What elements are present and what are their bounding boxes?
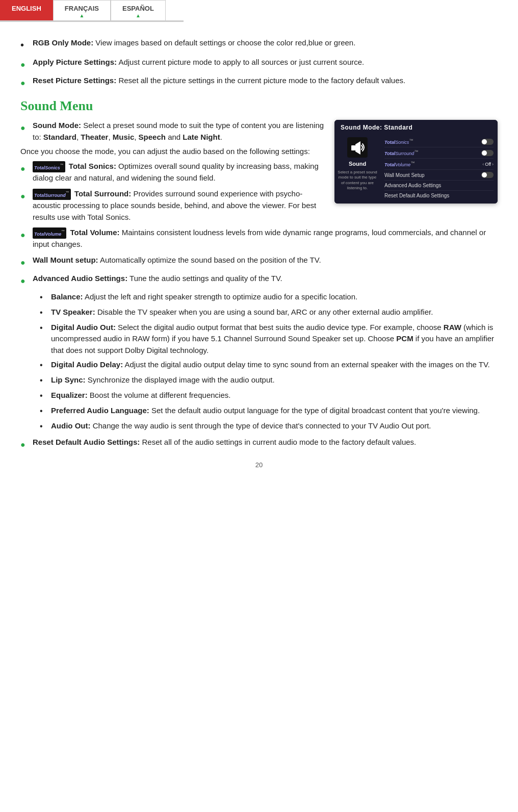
advanced-audio-body: Tune the audio settings and quality of t… xyxy=(130,274,282,283)
tv-menu-list: TotalSonics™ TotalSurround™ xyxy=(380,133,498,204)
reset-picture-body: Reset all the picture settings in the cu… xyxy=(118,76,405,85)
lip-sync-label: Lip Sync: xyxy=(51,375,86,384)
nested-audio-settings: • Balance: Adjust the left and right spe… xyxy=(40,291,498,433)
sound-mode-label: Sound Mode: xyxy=(33,121,81,130)
tv-volume-arrows: ‹ Off › xyxy=(482,162,494,167)
reset-audio-text: Reset Default Audio Settings: Reset all … xyxy=(33,437,498,448)
total-sonics-text: TotalSonics™ Total Sonics: Optimizes ove… xyxy=(33,161,324,184)
digital-audio-delay-body: Adjust the digital audio output delay ti… xyxy=(124,360,489,369)
reset-picture-bullet: ● xyxy=(20,77,30,89)
tv-wall-mount-label: Wall Mount Setup xyxy=(384,172,479,178)
digital-audio-out-label: Digital Audio Out: xyxy=(51,323,116,332)
reset-picture-text: Reset Picture Settings: Reset all the pi… xyxy=(33,75,498,87)
reset-audio-item: ● Reset Default Audio Settings: Reset al… xyxy=(20,437,498,451)
tv-speaker-body: Disable the TV speaker when you are usin… xyxy=(97,308,433,316)
digital-audio-delay-item: • Digital Audio Delay: Adjust the digita… xyxy=(40,359,498,371)
tab-francais[interactable]: FRANÇAIS ▲ xyxy=(53,0,111,20)
digital-audio-out-bullet: • xyxy=(40,322,48,334)
tv-header: Sound Mode: Standard xyxy=(334,120,498,133)
tv-advanced-audio-label: Advanced Audio Settings xyxy=(384,183,494,188)
total-surround-item: ● TotalSurround™ Total Surround: Provide… xyxy=(20,188,324,223)
chevron-left-icon: ‹ xyxy=(482,162,484,167)
total-volume-label: Total Volume: xyxy=(70,228,120,237)
tv-total-sonics-toggle xyxy=(481,139,494,145)
audio-out-bullet: • xyxy=(40,420,48,433)
total-volume-bullet: ● xyxy=(20,229,30,241)
total-volume-text: TotalVolume™ Total Volume: Maintains con… xyxy=(33,227,498,250)
balance-body: Adjust the left and right speaker streng… xyxy=(85,292,357,301)
wall-mount-body: Automatically optimize the sound based o… xyxy=(100,256,321,264)
total-sonics-item: ● TotalSonics™ Total Sonics: Optimizes o… xyxy=(20,161,324,184)
balance-text: Balance: Adjust the left and right speak… xyxy=(51,291,357,303)
sound-mode-bullet: ● xyxy=(20,122,30,134)
tv-total-surround-label: TotalSurround™ xyxy=(384,149,479,156)
total-surround-label: Total Surround: xyxy=(74,189,131,198)
preferred-audio-language-item: • Preferred Audio Language: Set the defa… xyxy=(40,405,498,417)
lip-sync-body: Synchronize the displayed image with the… xyxy=(88,375,275,384)
balance-bullet: • xyxy=(40,291,48,303)
tab-espanol[interactable]: ESPAÑOL ▲ xyxy=(111,0,166,20)
sound-mode-item: ● Sound Mode: Select a preset sound mode… xyxy=(20,120,324,143)
digital-audio-out-text: Digital Audio Out: Select the digital au… xyxy=(51,322,498,357)
total-volume-item: ● TotalVolume™ Total Volume: Maintains c… xyxy=(20,227,498,250)
preferred-audio-language-body: Set the default audio output language fo… xyxy=(151,406,480,415)
total-sonics-label: Total Sonics: xyxy=(69,162,116,170)
advanced-audio-item: ● Advanced Audio Settings: Tune the audi… xyxy=(20,273,498,287)
rgb-item: • RGB Only Mode: View images based on de… xyxy=(20,37,498,53)
advanced-audio-text: Advanced Audio Settings: Tune the audio … xyxy=(33,273,498,285)
tab-english-label: ENGLISH xyxy=(12,5,41,12)
reset-picture-label: Reset Picture Settings: xyxy=(33,76,116,85)
lip-sync-bullet: • xyxy=(40,374,48,387)
tv-panel: Sound Mode: Standard Sound Select a pres xyxy=(334,120,498,204)
tv-total-sonics-label: TotalSonics™ xyxy=(384,138,479,145)
preferred-audio-language-label: Preferred Audio Language: xyxy=(51,406,149,415)
tv-menu-wall-mount: Wall Mount Setup xyxy=(384,170,494,181)
apply-text: Apply Picture Settings: Adjust current p… xyxy=(33,57,498,68)
preferred-audio-language-text: Preferred Audio Language: Set the defaul… xyxy=(51,405,480,417)
lip-sync-text: Lip Sync: Synchronize the displayed imag… xyxy=(51,374,275,386)
equalizer-label: Equalizer: xyxy=(51,391,88,399)
tv-body: Sound Select a preset sound mode to suit… xyxy=(334,133,498,204)
lang-tabs-container: ENGLISH FRANÇAIS ▲ ESPAÑOL ▲ xyxy=(0,0,184,22)
total-surround-text: TotalSurround™ Total Surround: Provides … xyxy=(33,188,324,223)
reset-audio-label: Reset Default Audio Settings: xyxy=(33,438,140,446)
sound-menu-heading: Sound Menu xyxy=(20,98,498,114)
digital-audio-delay-text: Digital Audio Delay: Adjust the digital … xyxy=(51,359,490,371)
wall-mount-text: Wall Mount setup: Automatically optimize… xyxy=(33,255,498,266)
digital-audio-delay-label: Digital Audio Delay: xyxy=(51,360,123,369)
tv-sound-label: Sound xyxy=(349,161,366,167)
tab-francais-arrow: ▲ xyxy=(65,13,99,18)
tab-francais-label: FRANÇAIS xyxy=(65,5,99,12)
apply-item: ● Apply Picture Settings: Adjust current… xyxy=(20,57,498,71)
tv-reset-audio-label: Reset Default Audio Settings xyxy=(384,193,494,198)
reset-picture-item: ● Reset Picture Settings: Reset all the … xyxy=(20,75,498,89)
lip-sync-item: • Lip Sync: Synchronize the displayed im… xyxy=(40,374,498,387)
preferred-audio-language-bullet: • xyxy=(40,405,48,417)
svg-rect-1 xyxy=(351,145,355,150)
digital-audio-out-body: Select the digital audio output format t… xyxy=(51,323,494,354)
total-surround-brand-inline: TotalSurround™ xyxy=(33,189,71,200)
digital-audio-delay-bullet: • xyxy=(40,359,48,371)
tv-menu-advanced-audio: Advanced Audio Settings xyxy=(384,181,494,191)
tv-menu-reset-audio: Reset Default Audio Settings xyxy=(384,191,494,200)
balance-label: Balance: xyxy=(51,292,83,301)
tab-espanol-arrow: ▲ xyxy=(122,13,154,18)
sound-icon xyxy=(347,137,368,158)
tv-menu-total-volume: TotalVolume™ ‹ Off › xyxy=(384,159,494,170)
tv-speaker-item: • TV Speaker: Disable the TV speaker whe… xyxy=(40,307,498,319)
advanced-audio-bullet: ● xyxy=(20,275,30,287)
tv-speaker-label: TV Speaker: xyxy=(51,308,95,316)
tv-wall-mount-toggle xyxy=(481,172,494,178)
wall-mount-bullet: ● xyxy=(20,257,30,269)
advanced-audio-label: Advanced Audio Settings: xyxy=(33,274,127,283)
reset-audio-bullet: ● xyxy=(20,439,30,451)
total-sonics-brand-inline: TotalSonics™ xyxy=(33,161,65,173)
balance-item: • Balance: Adjust the left and right spe… xyxy=(40,291,498,303)
rgb-text: RGB Only Mode: View images based on defa… xyxy=(33,37,498,49)
audio-out-item: • Audio Out: Change the way audio is sen… xyxy=(40,420,498,433)
chevron-right-icon: › xyxy=(492,162,494,167)
tv-total-volume-label: TotalVolume™ xyxy=(384,161,482,167)
sound-mode-section: Sound Mode: Standard Sound Select a pres xyxy=(20,120,498,227)
tv-total-surround-toggle xyxy=(481,150,494,156)
tab-english[interactable]: ENGLISH xyxy=(0,0,53,20)
